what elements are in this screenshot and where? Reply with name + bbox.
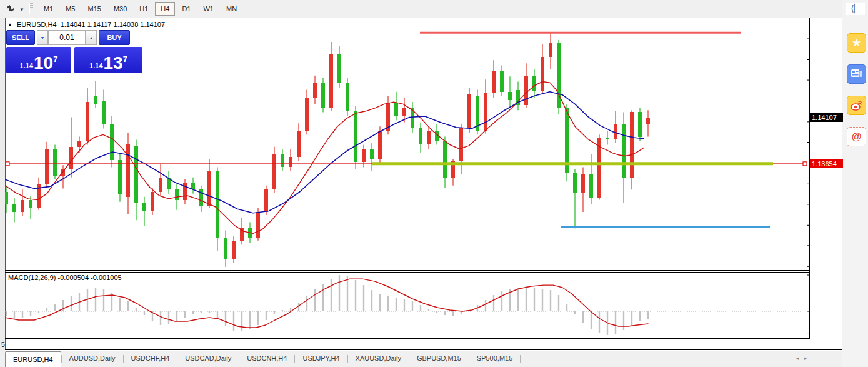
chart-symbol: EURUSD,H4 [17, 21, 57, 28]
weibo-eye-icon[interactable] [847, 96, 866, 115]
timeframe-button-d1[interactable]: D1 [176, 2, 196, 16]
tab-usdjpy-h4[interactable]: USDJPY,H4 [295, 351, 347, 367]
timeframe-button-h4[interactable]: H4 [155, 2, 175, 16]
tab-eurusd-h4[interactable]: EURUSD,H4 [5, 351, 61, 367]
lot-decrease-button[interactable]: ▼ [37, 30, 48, 45]
symbol-triangle-icon: ▲ [7, 22, 12, 28]
lot-increase-button[interactable]: ▲ [86, 30, 97, 45]
chart-title: ▲ EURUSD,H4 1.14041 1.14117 1.14038 1.14… [7, 21, 165, 28]
sidebar-collapse-button[interactable]: ⟨▏ [846, 3, 865, 15]
sell-price-sup: 7 [53, 54, 57, 64]
news-feed-icon[interactable] [847, 64, 866, 84]
buy-price-small: 1.14 [89, 62, 102, 69]
sell-button[interactable]: SELL [6, 30, 35, 45]
current-price-tag: 1.14107 [810, 113, 843, 122]
tab-sp500-m15[interactable]: SP500,M15 [469, 351, 520, 367]
chart-ohlc: 1.14041 1.14117 1.14038 1.14107 [61, 21, 165, 28]
timeframe-button-m1[interactable]: M1 [38, 2, 59, 16]
timeframe-toolbar: ▼ M1M5M15M30H1H4D1W1MN [0, 0, 842, 18]
tab-audusd-daily[interactable]: AUDUSD,Daily [62, 351, 123, 367]
email-share-icon[interactable]: @ [847, 127, 866, 146]
tab-scroll-arrows[interactable]: ◂▸ [796, 355, 812, 361]
favorites-star-icon[interactable]: ★ [847, 33, 866, 53]
toolbar-grip[interactable] [29, 3, 33, 14]
timeframe-button-m5[interactable]: M5 [60, 2, 81, 16]
symbol-tabstrip: EURUSD,H4AUDUSD,DailyUSDCHF,H4USDCAD,Dai… [0, 351, 842, 367]
tab-xauusd-daily[interactable]: XAUUSD,Daily [348, 351, 409, 367]
timeframe-button-w1[interactable]: W1 [197, 2, 219, 16]
sell-price-panel[interactable]: 1.14 10 7 [6, 47, 71, 73]
timeframe-button-m30[interactable]: M30 [108, 2, 132, 16]
level-price-tag: 1.13654 [810, 159, 843, 168]
tab-usdcnh-h4[interactable]: USDCNH,H4 [239, 351, 294, 367]
symbols-icon[interactable] [6, 4, 18, 14]
buy-price-sup: 7 [123, 54, 127, 64]
buy-price-panel[interactable]: 1.14 13 7 [74, 47, 142, 73]
tab-usdcad-daily[interactable]: USDCAD,Daily [177, 351, 239, 367]
timeframe-button-h1[interactable]: H1 [134, 2, 154, 16]
trading-terminal-window: ▼ M1M5M15M30H1H4D1W1MN ▲ EURUSD,H4 1.140… [0, 0, 868, 367]
tab-usdchf-h4[interactable]: USDCHF,H4 [124, 351, 177, 367]
tab-separator [520, 355, 521, 363]
timeframe-button-m15[interactable]: M15 [82, 2, 106, 16]
macd-indicator-label: MACD(12,26,9) -0.000504 -0.001005 [8, 274, 122, 281]
timeframe-button-mn[interactable]: MN [221, 2, 242, 16]
lot-size-input[interactable]: 0.01 [48, 30, 86, 45]
sell-price-small: 1.14 [20, 62, 33, 69]
tab-gbpusd-m15[interactable]: GBPUSD,M15 [409, 351, 469, 367]
buy-price-big: 13 [104, 55, 123, 71]
chevron-down-icon[interactable]: ▼ [19, 7, 24, 13]
one-click-trading-panel: SELL ▼ 0.01 ▲ BUY 1.14 10 7 1.14 13 7 [6, 30, 145, 73]
toolbar-separator [247, 3, 247, 15]
buy-button[interactable]: BUY [99, 30, 130, 45]
sell-price-big: 10 [34, 55, 53, 71]
browser-sidebar: ⟨▏ ★ @ [842, 0, 868, 367]
